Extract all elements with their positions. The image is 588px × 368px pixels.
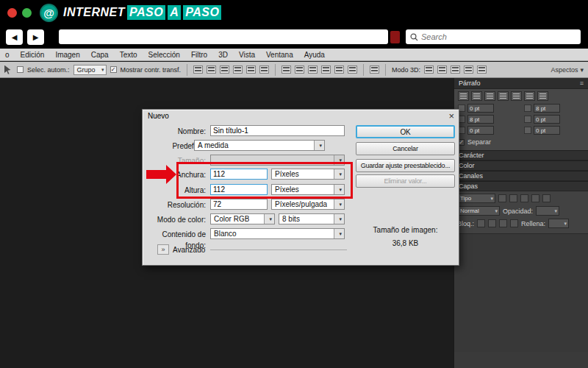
background-dropdown[interactable]: Blanco▾ xyxy=(210,228,345,239)
3d-scale-icon[interactable] xyxy=(477,66,487,74)
align-horizontal-centers-icon[interactable] xyxy=(246,66,256,74)
layer-filter-dropdown[interactable]: Tipo xyxy=(457,194,495,203)
filter-type-layers-icon[interactable] xyxy=(520,194,528,202)
distribute-horizontal-icon[interactable] xyxy=(334,66,344,74)
fill-dropdown[interactable] xyxy=(548,219,569,228)
layers-panel-body: Tipo Normal Opacidad: Bloq.: Rellena: xyxy=(454,191,588,234)
menu-item-ventana[interactable]: Ventana xyxy=(266,51,293,59)
align-right-text-icon[interactable] xyxy=(484,91,495,101)
lock-transparent-icon[interactable] xyxy=(477,219,485,227)
height-input[interactable] xyxy=(210,184,268,195)
justify-last-right-icon[interactable] xyxy=(524,91,535,101)
3d-rotate-icon[interactable] xyxy=(424,66,434,74)
indent-left-field[interactable]: 0 pt xyxy=(458,104,518,113)
resolution-unit-dropdown[interactable]: Píxeles/pulgada▾ xyxy=(271,199,345,210)
group-dropdown[interactable]: Grupo xyxy=(74,65,107,75)
back-button[interactable]: ◀ xyxy=(6,29,23,45)
window-zoom-button[interactable] xyxy=(22,8,32,18)
aspects-label[interactable]: Aspectos▾ xyxy=(551,66,584,74)
menu-item-texto[interactable]: Texto xyxy=(120,51,137,59)
opacity-dropdown[interactable] xyxy=(536,206,559,216)
filter-shape-layers-icon[interactable] xyxy=(531,194,539,202)
bit-depth-dropdown[interactable]: 8 bits▾ xyxy=(279,213,345,224)
mode3d-label: Modo 3D: xyxy=(392,66,420,74)
align-left-edges-icon[interactable] xyxy=(233,66,243,74)
layers-list-area[interactable] xyxy=(454,234,588,352)
blend-mode-dropdown[interactable]: Normal xyxy=(457,206,500,216)
width-input[interactable] xyxy=(210,169,268,180)
lock-all-icon[interactable] xyxy=(510,219,518,227)
panel-menu-icon[interactable]: ≡ xyxy=(580,79,584,87)
align-left-text-icon[interactable] xyxy=(458,91,469,101)
menu-item-capa[interactable]: Capa xyxy=(91,51,109,59)
filter-smart-objects-icon[interactable] xyxy=(542,194,551,202)
menu-item-filtro[interactable]: Filtro xyxy=(191,51,207,59)
distribute-bottom-icon[interactable] xyxy=(308,66,318,74)
window-close-button[interactable] xyxy=(7,8,17,18)
resolution-input[interactable] xyxy=(210,199,268,210)
dialog-close-icon[interactable]: × xyxy=(448,110,454,121)
tab-color[interactable]: Color xyxy=(454,160,588,171)
address-bar[interactable] xyxy=(59,29,388,44)
tab-caracter[interactable]: Carácter xyxy=(454,150,588,160)
align-top-edges-icon[interactable] xyxy=(193,66,203,74)
align-vertical-centers-icon[interactable] xyxy=(207,66,216,74)
menu-item-archivo[interactable]: o xyxy=(5,51,10,59)
menu-item-3d[interactable]: 3D xyxy=(218,51,228,59)
options-bar: Selec. autom.: Grupo Mostrar contr. tran… xyxy=(0,62,588,78)
align-right-edges-icon[interactable] xyxy=(259,66,269,74)
height-unit-dropdown[interactable]: Píxeles▾ xyxy=(271,184,345,195)
hyphen-field[interactable]: 0 pt xyxy=(524,126,584,135)
align-center-text-icon[interactable] xyxy=(471,91,482,101)
lock-position-icon[interactable] xyxy=(499,219,507,227)
name-input[interactable] xyxy=(210,125,345,136)
justify-last-left-icon[interactable] xyxy=(498,91,509,101)
show-transform-label: Mostrar contr. transf. xyxy=(121,66,182,74)
align-bottom-edges-icon[interactable] xyxy=(220,66,229,74)
auto-align-icon[interactable] xyxy=(370,66,379,74)
ok-button[interactable]: OK xyxy=(356,125,455,138)
brand-title-box1: PASO xyxy=(127,5,165,20)
filter-pixel-layers-icon[interactable] xyxy=(498,194,506,202)
menu-item-edicion[interactable]: Edición xyxy=(21,51,45,59)
lock-pixels-icon[interactable] xyxy=(488,219,496,227)
tab-canales[interactable]: Canales xyxy=(454,171,588,181)
space-before-field[interactable]: 0 pt xyxy=(524,115,584,124)
3d-slide-icon[interactable] xyxy=(464,66,473,74)
bookmark-icon[interactable] xyxy=(390,31,400,43)
color-mode-dropdown[interactable]: Color RGB▾ xyxy=(210,213,275,224)
indent-firstline-field[interactable]: 8 pt xyxy=(458,115,518,124)
space-after-field[interactable]: 0 pt xyxy=(458,126,518,135)
preset-dropdown[interactable]: A medida▾ xyxy=(194,140,325,151)
search-input[interactable] xyxy=(421,32,576,41)
dialog-titlebar[interactable]: Nuevo xyxy=(143,110,459,122)
3d-drag-icon[interactable] xyxy=(451,66,460,74)
search-box[interactable] xyxy=(406,29,581,44)
menu-item-imagen[interactable]: Imagen xyxy=(55,51,79,59)
show-transform-checkbox[interactable] xyxy=(110,66,117,73)
menu-item-seleccion[interactable]: Selección xyxy=(148,51,180,59)
indent-right-field[interactable]: 8 pt xyxy=(524,104,584,113)
filter-adjustment-layers-icon[interactable] xyxy=(509,194,517,202)
advanced-toggle-icon[interactable]: » xyxy=(157,244,169,255)
tab-capas[interactable]: Capas xyxy=(454,181,588,191)
distribute-right-icon[interactable] xyxy=(348,66,357,74)
tab-parrafo[interactable]: Párrafo xyxy=(459,79,481,87)
width-unit-dropdown[interactable]: Píxeles▾ xyxy=(271,169,345,180)
distribute-left-icon[interactable] xyxy=(321,66,331,74)
distribute-top-icon[interactable] xyxy=(282,66,291,74)
cancel-button[interactable]: Cancelar xyxy=(356,142,455,155)
resolution-label: Resolución: xyxy=(143,199,209,210)
3d-roll-icon[interactable] xyxy=(437,66,447,74)
auto-select-checkbox[interactable] xyxy=(17,66,24,73)
menu-item-vista[interactable]: Vista xyxy=(239,51,255,59)
brand-title-box3: PASO xyxy=(183,5,221,20)
separator xyxy=(385,64,386,76)
advanced-divider xyxy=(210,250,347,250)
justify-all-icon[interactable] xyxy=(537,91,548,101)
distribute-vertical-icon[interactable] xyxy=(295,66,304,74)
save-preset-button[interactable]: Guardar ajuste preestablecido... xyxy=(356,159,455,172)
justify-last-center-icon[interactable] xyxy=(511,91,522,101)
forward-button[interactable]: ▶ xyxy=(27,29,44,45)
menu-item-ayuda[interactable]: Ayuda xyxy=(304,51,325,59)
